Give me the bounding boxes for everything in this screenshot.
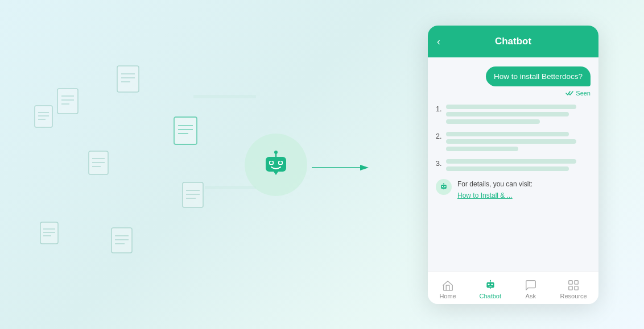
user-message-container: How to install Betterdocs? bbox=[436, 66, 591, 86]
doc-icon-6 bbox=[182, 182, 204, 210]
svg-rect-52 bbox=[491, 284, 493, 285]
svg-rect-50 bbox=[486, 282, 494, 288]
svg-marker-42 bbox=[360, 165, 369, 170]
details-text-container: For details, you can visit: How to Insta… bbox=[457, 179, 532, 200]
footer-item-resource[interactable]: Resource bbox=[556, 277, 592, 302]
chat-header: ‹ Chatbot bbox=[428, 26, 598, 57]
svg-point-39 bbox=[270, 161, 273, 164]
doc-icon-7 bbox=[40, 222, 59, 247]
footer-item-chatbot[interactable]: Chatbot bbox=[474, 277, 506, 302]
footer-item-ask[interactable]: Ask bbox=[520, 277, 542, 302]
footer-label-home: Home bbox=[439, 293, 456, 299]
doc-icon-5 bbox=[88, 151, 109, 177]
home-icon bbox=[441, 279, 454, 291]
svg-rect-46 bbox=[442, 186, 443, 187]
svg-rect-8 bbox=[35, 106, 52, 127]
doc-icon-8 bbox=[111, 227, 133, 256]
back-button[interactable]: ‹ bbox=[437, 36, 440, 48]
svg-rect-56 bbox=[575, 286, 578, 290]
footer-item-home[interactable]: Home bbox=[435, 277, 460, 302]
robot-svg bbox=[259, 148, 293, 182]
svg-rect-47 bbox=[444, 186, 445, 187]
small-bot-icon bbox=[439, 182, 448, 191]
svg-point-35 bbox=[274, 151, 278, 154]
skeleton-line bbox=[446, 105, 576, 109]
details-section: For details, you can visit: How to Insta… bbox=[436, 179, 591, 200]
list-item-3: 3. bbox=[436, 159, 591, 171]
chat-footer: Home Chatbot Ask bbox=[428, 272, 598, 304]
footer-label-chatbot: Chatbot bbox=[479, 293, 501, 299]
svg-point-40 bbox=[279, 161, 282, 164]
robot-circle bbox=[245, 134, 307, 196]
chat-title: Chatbot bbox=[495, 36, 531, 47]
svg-rect-54 bbox=[575, 281, 578, 284]
doc-icon-1 bbox=[57, 88, 79, 116]
bot-avatar-small bbox=[436, 179, 452, 195]
svg-rect-55 bbox=[569, 286, 572, 290]
motion-lines-1 bbox=[193, 91, 256, 102]
resource-icon bbox=[567, 279, 580, 291]
doc-icon-4 bbox=[174, 116, 197, 147]
svg-rect-4 bbox=[117, 66, 139, 92]
list-item-2: 2. bbox=[436, 132, 591, 151]
skeleton-line bbox=[446, 159, 576, 164]
seen-check-icon bbox=[565, 90, 573, 96]
skeleton-line bbox=[446, 132, 569, 136]
footer-label-resource: Resource bbox=[560, 293, 587, 299]
item-lines-1 bbox=[446, 105, 591, 124]
svg-rect-51 bbox=[488, 284, 489, 285]
svg-rect-28 bbox=[112, 228, 132, 253]
svg-rect-45 bbox=[441, 185, 447, 189]
footer-label-ask: Ask bbox=[526, 293, 536, 299]
item-number-1: 1. bbox=[436, 105, 441, 113]
arrow-to-chat bbox=[312, 162, 369, 173]
svg-point-49 bbox=[490, 280, 491, 281]
skeleton-line bbox=[446, 139, 576, 144]
details-link[interactable]: How to Install & ... bbox=[457, 191, 513, 199]
item-number-3: 3. bbox=[436, 160, 441, 168]
svg-rect-24 bbox=[40, 222, 58, 244]
svg-point-44 bbox=[443, 183, 444, 184]
chat-widget: ‹ Chatbot How to install Betterdocs? See… bbox=[428, 26, 598, 304]
ask-icon bbox=[525, 279, 537, 291]
main-container: ‹ Chatbot How to install Betterdocs? See… bbox=[0, 0, 644, 329]
item-lines-3 bbox=[446, 159, 591, 171]
skeleton-line bbox=[446, 112, 569, 116]
list-item-1: 1. bbox=[436, 105, 591, 124]
seen-text: Seen bbox=[576, 90, 591, 97]
chatbot-footer-icon bbox=[484, 279, 497, 291]
details-prefix: For details, you can visit: bbox=[457, 179, 532, 190]
bot-response: 1. 2. bbox=[436, 105, 591, 171]
doc-icon-2 bbox=[117, 65, 139, 95]
skeleton-line bbox=[446, 166, 569, 171]
skeleton-line bbox=[446, 147, 518, 151]
svg-rect-53 bbox=[569, 281, 572, 284]
svg-rect-12 bbox=[174, 117, 197, 144]
svg-rect-0 bbox=[57, 89, 78, 114]
item-lines-2 bbox=[446, 132, 591, 151]
motion-lines-2 bbox=[205, 182, 256, 193]
doc-icon-3 bbox=[34, 105, 53, 130]
svg-rect-36 bbox=[266, 157, 286, 172]
skeleton-line bbox=[446, 119, 540, 124]
svg-rect-20 bbox=[183, 182, 203, 207]
item-number-2: 2. bbox=[436, 132, 441, 140]
user-message-bubble: How to install Betterdocs? bbox=[486, 66, 591, 86]
chat-body[interactable]: How to install Betterdocs? Seen 1. bbox=[428, 57, 598, 272]
seen-indicator: Seen bbox=[436, 90, 591, 97]
